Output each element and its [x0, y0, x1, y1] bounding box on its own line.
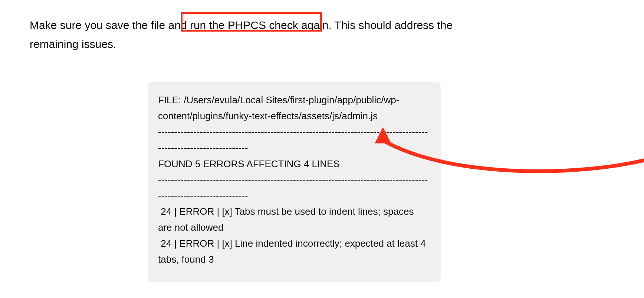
- terminal-output-block: FILE: /Users/evula/Local Sites/first-plu…: [148, 82, 441, 282]
- code-error-line: 24 | ERROR | [x] Tabs must be used to in…: [158, 204, 430, 236]
- code-divider: ----------------------------------------…: [158, 172, 430, 204]
- code-summary: FOUND 5 ERRORS AFFECTING 4 LINES: [158, 156, 430, 172]
- code-file-path: FILE: /Users/evula/Local Sites/first-plu…: [158, 92, 430, 124]
- instruction-before: Make sure you save the file and: [30, 19, 190, 31]
- instruction-highlighted: run the PHPCS check again.: [190, 19, 332, 31]
- code-error-line: 24 | ERROR | [x] Line indented incorrect…: [158, 236, 430, 268]
- code-divider: ----------------------------------------…: [158, 124, 430, 156]
- instruction-paragraph: Make sure you save the file and run the …: [30, 16, 505, 54]
